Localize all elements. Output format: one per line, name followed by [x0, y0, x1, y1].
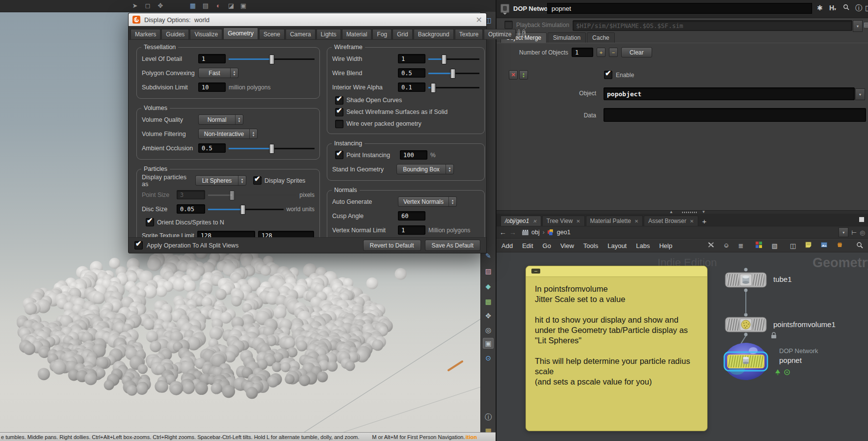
menu-add[interactable]: Add [501, 242, 513, 249]
gear-menu-icon[interactable]: ✱ [817, 4, 823, 12]
pane-tab-material-palette[interactable]: Material Palette✕ [586, 216, 643, 226]
info-icon[interactable]: ⓘ [483, 412, 494, 422]
dialog-titlebar[interactable]: Display Options: world ✕ [129, 13, 486, 26]
enable-checkbox[interactable] [604, 71, 612, 79]
grid-toggle-icon[interactable]: ▣ [239, 1, 248, 10]
interior-wire-alpha-slider[interactable] [428, 83, 479, 92]
collapse-note-icon[interactable]: – [531, 269, 540, 274]
menu-labs[interactable]: Labs [636, 242, 650, 249]
hierarchy-icon[interactable]: ⎉ [724, 242, 729, 249]
point-size-slider[interactable] [208, 191, 296, 199]
node-popnet[interactable] [724, 343, 768, 380]
close-icon[interactable]: ✕ [532, 219, 536, 224]
orient-discs-checkbox[interactable] [146, 218, 154, 226]
diamond-marker-icon[interactable]: ◆ [483, 281, 494, 292]
network-editor-canvas[interactable]: Indie Edition Geometry [497, 252, 868, 441]
forward-icon[interactable]: → [509, 228, 516, 236]
record-icon[interactable]: ◐ [214, 1, 223, 10]
tab-visualize[interactable]: Visualize [190, 29, 222, 39]
apply-all-splits-checkbox[interactable] [134, 241, 143, 249]
reorder-instance-button[interactable]: ▲▼ [519, 70, 528, 80]
new-tab-button[interactable]: + [702, 217, 707, 226]
playback-simulation-checkbox[interactable] [504, 21, 513, 29]
revert-default-button[interactable]: Revert to Default [363, 240, 421, 251]
pin-icon[interactable]: ⊢ [851, 229, 857, 236]
cusp-angle-field[interactable]: 60 [398, 211, 425, 220]
sticky-note[interactable]: – In pointsfromvolume Jitter Scale set t… [526, 266, 708, 431]
add-object-button[interactable]: + [597, 48, 605, 57]
tab-grid[interactable]: Grid [393, 29, 413, 39]
info-circle-icon[interactable]: i [518, 29, 520, 38]
menu-tools[interactable]: Tools [583, 242, 598, 249]
wire-blend-slider[interactable] [428, 69, 479, 78]
link-icon[interactable]: ◎ [860, 229, 865, 236]
color-grid-icon[interactable] [756, 242, 762, 249]
node-label-pointsfromvolume1[interactable]: pointsfromvolume1 [773, 320, 836, 329]
wire-blend-field[interactable]: 0.5 [398, 68, 425, 78]
data-field[interactable] [604, 108, 866, 122]
texture-view-icon[interactable]: ▨ [483, 266, 494, 276]
path-root[interactable]: obj [531, 229, 540, 236]
close-icon[interactable]: ✕ [576, 219, 580, 224]
back-icon[interactable]: ← [500, 228, 506, 236]
ambient-occlusion-slider[interactable] [229, 144, 315, 153]
splitter-grip[interactable] [682, 212, 697, 213]
shade-mode-icon[interactable]: ◪ [227, 1, 236, 10]
disc-size-field[interactable]: 0.05 [177, 204, 205, 214]
tab-lights[interactable]: Lights [316, 29, 341, 39]
list-view-icon[interactable]: ≣ [738, 242, 744, 249]
search-icon[interactable] [843, 4, 849, 12]
tab-simulation[interactable]: Simulation [548, 32, 586, 43]
tab-optimize[interactable]: Optimize [484, 29, 516, 39]
path-current[interactable]: geo1 [557, 229, 571, 236]
display-sprites-checkbox[interactable] [253, 176, 262, 185]
wire-width-field[interactable]: 1 [398, 54, 425, 63]
object-field[interactable]: popobject [604, 87, 855, 100]
snap-point-icon[interactable]: ▤ [201, 1, 210, 10]
background-image-icon[interactable] [821, 242, 827, 249]
lod-slider[interactable] [229, 55, 315, 63]
menu-view[interactable]: View [560, 242, 574, 249]
disc-size-slider[interactable] [208, 205, 284, 214]
axis-icon[interactable]: ✥ [483, 310, 494, 321]
dop-network-node-icon[interactable] [500, 4, 509, 13]
tab-cache[interactable]: Cache [587, 32, 615, 43]
tab-scene[interactable]: Scene [259, 29, 285, 39]
menu-go[interactable]: Go [543, 242, 551, 249]
point-instancing-checkbox[interactable] [335, 151, 343, 159]
node-name-field[interactable]: popnet [547, 3, 812, 14]
lightbulb-icon[interactable]: ⊙ [483, 353, 494, 363]
interior-wire-alpha-field[interactable]: 0.1 [398, 83, 425, 92]
menu-layout[interactable]: Layout [607, 242, 627, 249]
playback-path-dropdown[interactable]: ▼ [853, 20, 863, 32]
node-label-tube1[interactable]: tube1 [773, 275, 792, 283]
playback-path-field[interactable]: $HIP/sim/$HIPNAME.$OS.$SF.sim [573, 20, 852, 31]
panel-menu-icon[interactable]: ◫ [865, 4, 868, 12]
move-icon[interactable]: ✥ [156, 1, 165, 10]
polygon-convexing-select[interactable]: Fast▲▼ [198, 68, 238, 78]
menu-help[interactable]: Help [659, 242, 672, 249]
close-icon[interactable]: ✕ [476, 15, 482, 25]
select-wireframe-solid-checkbox[interactable] [335, 108, 343, 116]
bbox-icon[interactable]: ▩ [483, 296, 494, 307]
point-size-field[interactable]: 3 [177, 190, 205, 199]
dotted-grid-icon[interactable]: ▧ [771, 242, 777, 249]
circle-guide-icon[interactable]: ◎ [483, 325, 494, 335]
handles-icon[interactable]: ◻ [143, 1, 152, 10]
file-chooser-icon[interactable]: ▤ [864, 21, 868, 28]
number-of-objects-field[interactable]: 1 [572, 48, 593, 57]
node-label-popnet[interactable]: popnet [779, 356, 802, 364]
display-particles-as-select[interactable]: Lit Spheres▲▼ [195, 175, 246, 186]
node-tube1[interactable] [725, 273, 766, 287]
select-arrow-icon[interactable]: ➤ [131, 1, 139, 10]
point-instancing-field[interactable]: 100 [400, 150, 427, 160]
sticky-note-header[interactable]: – [526, 266, 707, 277]
node-pointsfromvolume1[interactable] [725, 317, 766, 332]
subdivision-limit-field[interactable]: 10 [198, 83, 226, 92]
save-default-button[interactable]: Save As Default [425, 240, 480, 251]
tab-camera[interactable]: Camera [286, 29, 316, 39]
wire-width-slider[interactable] [428, 55, 479, 63]
stand-in-geometry-select[interactable]: Bounding Box▲▼ [396, 164, 454, 174]
tab-background[interactable]: Background [414, 29, 454, 39]
remove-object-button[interactable]: − [609, 48, 618, 57]
